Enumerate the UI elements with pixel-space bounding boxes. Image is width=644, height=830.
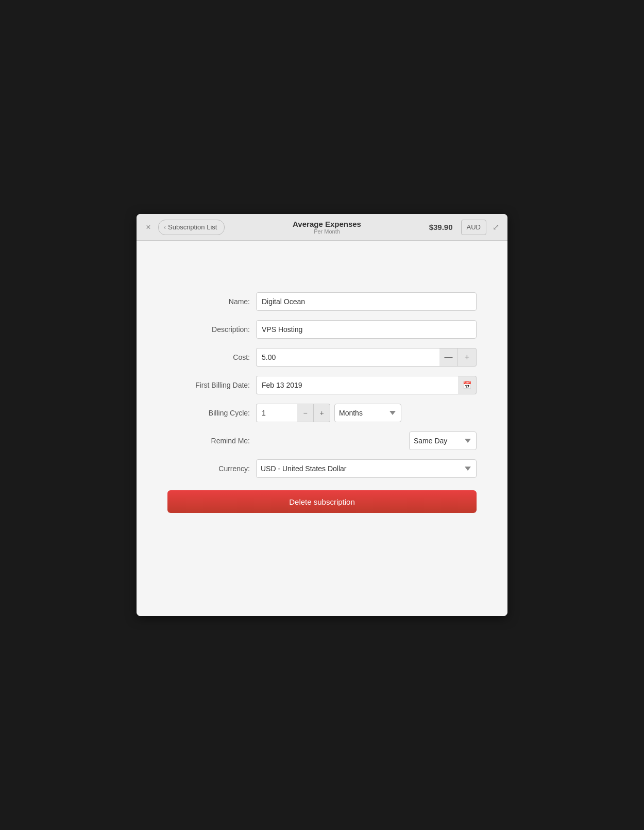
description-input[interactable] (256, 320, 477, 339)
cost-row: Cost: — + (167, 348, 477, 367)
top-spacer (167, 261, 477, 292)
average-amount: $39.90 (429, 223, 453, 231)
window-subtitle: Per Month (314, 228, 340, 235)
remind-me-row: Remind Me: Same Day 1 Day Before 2 Days … (167, 431, 477, 450)
name-input[interactable] (256, 292, 477, 311)
content-area: Name: Description: Cost: — + (137, 241, 507, 616)
delete-subscription-button[interactable]: Delete subscription (167, 490, 477, 513)
plus-icon: + (465, 353, 469, 362)
main-window: × ‹ Subscription List Average Expenses P… (137, 214, 507, 616)
minus-icon: — (445, 353, 453, 362)
billing-cycle-row: Billing Cycle: − + Days Weeks (167, 404, 477, 422)
cost-input-wrapper: — + (256, 348, 477, 367)
form: Name: Description: Cost: — + (167, 292, 477, 478)
cycle-plus-icon: + (319, 409, 324, 417)
date-input-wrapper: 📅 (256, 376, 477, 394)
back-chevron-icon: ‹ (164, 224, 166, 231)
cost-label: Cost: (167, 353, 250, 361)
cycle-input-group: − + (256, 404, 330, 422)
name-label: Name: (167, 297, 250, 306)
billing-cycle-wrapper: − + Days Weeks Months Years (256, 404, 477, 422)
currency-select[interactable]: USD - United States Dollar AUD - Austral… (256, 459, 477, 478)
back-button[interactable]: ‹ Subscription List (158, 220, 225, 235)
remind-wrapper: Same Day 1 Day Before 2 Days Before 3 Da… (256, 431, 477, 450)
cost-input[interactable] (256, 348, 439, 367)
title-section: Average Expenses Per Month (229, 220, 425, 235)
back-button-label: Subscription List (168, 223, 217, 231)
name-row: Name: (167, 292, 477, 311)
cycle-minus-icon: − (303, 409, 307, 417)
billing-date-row: First Billing Date: 📅 (167, 376, 477, 394)
cycle-increment-button[interactable]: + (314, 404, 330, 422)
calendar-button[interactable]: 📅 (458, 376, 477, 394)
cost-decrement-button[interactable]: — (439, 348, 458, 367)
billing-date-input[interactable] (256, 376, 458, 394)
window-title: Average Expenses (293, 220, 361, 228)
billing-cycle-label: Billing Cycle: (167, 409, 250, 417)
currency-toggle-button[interactable]: AUD (461, 220, 486, 235)
period-select[interactable]: Days Weeks Months Years (334, 404, 401, 422)
billing-cycle-input[interactable] (256, 404, 297, 422)
currency-row: Currency: USD - United States Dollar AUD… (167, 459, 477, 478)
calendar-icon: 📅 (463, 381, 471, 389)
close-button[interactable]: × (143, 222, 154, 233)
cost-increment-button[interactable]: + (458, 348, 477, 367)
billing-date-label: First Billing Date: (167, 381, 250, 389)
remind-label: Remind Me: (167, 437, 250, 445)
remind-select[interactable]: Same Day 1 Day Before 2 Days Before 3 Da… (409, 431, 477, 450)
expand-button[interactable]: ⤢ (490, 220, 501, 234)
currency-label: Currency: (167, 464, 250, 473)
description-row: Description: (167, 320, 477, 339)
description-label: Description: (167, 325, 250, 334)
title-bar: × ‹ Subscription List Average Expenses P… (137, 214, 507, 241)
cycle-decrement-button[interactable]: − (297, 404, 314, 422)
delete-section: Delete subscription (167, 490, 477, 513)
